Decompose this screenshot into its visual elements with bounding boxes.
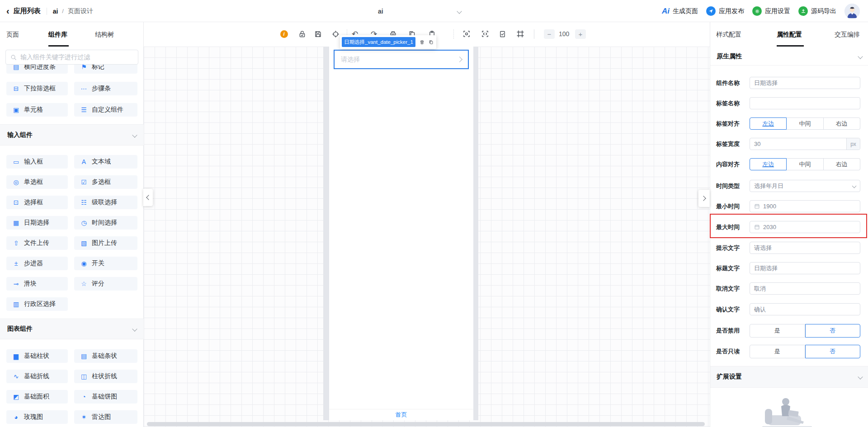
app-settings-button[interactable]: 应用设置 (752, 6, 790, 16)
horizontal-scrollbar[interactable] (147, 422, 705, 426)
component-item[interactable]: ◕ 玫瑰图 (6, 410, 68, 424)
target-icon[interactable] (331, 30, 340, 38)
component-item[interactable]: ◩ 基础面积 (6, 390, 68, 404)
component-item[interactable]: ▣ 单元格 (6, 103, 68, 117)
back-icon[interactable]: ‹ (6, 6, 9, 15)
section-extended-settings[interactable]: 扩展设置 (710, 366, 868, 388)
copy-icon[interactable] (429, 39, 434, 46)
page-selector[interactable]: ai (378, 0, 461, 22)
tag-name-input[interactable] (750, 97, 860, 109)
collapse-left-panel-handle[interactable] (143, 189, 153, 206)
breadcrumb-separator: / (62, 8, 64, 14)
source-code-icon[interactable] (481, 30, 489, 38)
component-item[interactable]: ⚑ 标记 (74, 65, 137, 74)
disabled-no[interactable]: 否 (805, 324, 861, 338)
component-search-input[interactable]: 输入组件关键字进行过滤 (5, 50, 138, 65)
back-to-app-list[interactable]: 应用列表 (14, 7, 41, 15)
app-settings-label: 应用设置 (765, 7, 790, 15)
unlock-icon[interactable] (298, 30, 306, 38)
section-input-components[interactable]: 输入组件 (0, 124, 144, 145)
custom-component-icon: ☰ (80, 106, 88, 113)
component-item[interactable]: ⋯ 步骤条 (74, 82, 137, 95)
date-picker-component[interactable]: 请选择 (334, 50, 469, 69)
component-item[interactable]: ± 步进器 (6, 257, 68, 270)
confirm-text-input[interactable]: 确认 (750, 303, 860, 315)
component-item[interactable]: ◫ 柱状折线 (74, 370, 137, 383)
component-item[interactable]: ◷ 时间选择 (74, 216, 137, 230)
component-item[interactable]: ▥ 行政区选择 (6, 297, 68, 311)
line-chart-icon: ∿ (12, 373, 20, 380)
component-item[interactable]: ▤ 基础条状 (74, 349, 137, 363)
component-item[interactable]: ⇧ 文件上传 (6, 236, 68, 250)
label-align-center[interactable]: 中间 (787, 117, 823, 130)
min-time-input[interactable]: 1900 (750, 200, 860, 212)
info-icon[interactable]: i (280, 30, 288, 38)
tab-components[interactable]: 组件库 (48, 22, 67, 47)
readonly-yes[interactable]: 是 (750, 345, 805, 358)
section-chart-components[interactable]: 图表组件 (0, 319, 144, 339)
field-disabled: 是否禁用 是 否 (716, 324, 860, 338)
placeholder-text-input[interactable]: 请选择 (750, 242, 860, 254)
readonly-no[interactable]: 否 (805, 345, 861, 358)
user-avatar[interactable] (844, 4, 860, 19)
section-native-props[interactable]: 原生属性 (710, 47, 868, 66)
component-item[interactable]: ⊡ 选择框 (6, 196, 68, 209)
component-item[interactable]: ◔ 基础饼图 (74, 390, 137, 404)
component-item[interactable]: ☰ 自定义组件 (74, 103, 137, 117)
form-validate-icon[interactable] (498, 30, 506, 38)
zoom-level: 100 (559, 29, 569, 39)
tab-interaction[interactable]: 交互编排 (835, 22, 860, 47)
zoom-out-button[interactable]: − (544, 29, 555, 39)
ai-logo-icon: Ai (662, 7, 670, 16)
component-item[interactable]: ∿ 基础折线 (6, 370, 68, 383)
time-type-select[interactable]: 选择年月日 (750, 180, 860, 192)
component-item[interactable]: ⊟ 下拉筛选框 (6, 82, 68, 95)
select-box-icon: ⊡ (12, 199, 20, 206)
disabled-yes[interactable]: 是 (750, 324, 805, 338)
component-item[interactable]: ☆ 评分 (74, 277, 137, 291)
component-item[interactable]: ☷ 级联选择 (74, 196, 137, 209)
component-item[interactable]: ▧ 图片上传 (74, 236, 137, 250)
publish-app-button[interactable]: 应用发布 (706, 6, 744, 16)
tab-pages[interactable]: 页面 (6, 22, 19, 47)
component-item[interactable]: ⊸ 滑块 (6, 277, 68, 291)
component-item[interactable]: ◉ 开关 (74, 257, 137, 270)
component-name-input[interactable]: 日期选择 (750, 77, 860, 89)
save-icon[interactable] (314, 30, 322, 38)
label-align-left[interactable]: 左边 (750, 117, 787, 130)
title-text-input[interactable]: 日期选择 (750, 262, 860, 274)
phone-screen[interactable]: 请选择 首页 (329, 47, 473, 420)
content-align-center[interactable]: 中间 (787, 158, 823, 170)
tab-style-config[interactable]: 样式配置 (716, 22, 741, 47)
generate-page-button[interactable]: Ai 生成页面 (662, 7, 698, 16)
generate-page-label: 生成页面 (673, 7, 698, 15)
component-item[interactable]: ▆ 基础柱状 (6, 349, 68, 363)
export-source-button[interactable]: 源码导出 (798, 6, 836, 16)
frame-icon[interactable] (516, 30, 524, 38)
content-align-right[interactable]: 右边 (824, 158, 860, 170)
cancel-text-input[interactable]: 取消 (750, 282, 860, 295)
tab-structure-tree[interactable]: 结构树 (95, 22, 114, 47)
empty-state-illustration (758, 392, 821, 427)
component-item[interactable]: ◎ 单选框 (6, 175, 68, 189)
component-item[interactable]: ✶ 雷达图 (74, 410, 137, 424)
max-time-input[interactable]: 2030 (750, 221, 860, 233)
label-align-right[interactable]: 右边 (824, 117, 860, 130)
pie-chart-icon: ◔ (80, 393, 88, 400)
component-item[interactable]: ☑ 多选框 (74, 175, 137, 189)
file-upload-icon: ⇧ (12, 239, 20, 247)
delete-icon[interactable] (420, 39, 425, 46)
chevron-down-icon (132, 132, 137, 137)
tabbar-home-link[interactable]: 首页 (396, 411, 407, 419)
component-item[interactable]: ▤ 横向进度条 (6, 65, 68, 74)
label-width-input[interactable]: 30 px (750, 138, 860, 150)
zoom-in-button[interactable]: + (575, 29, 586, 39)
component-item[interactable]: ▭ 输入框 (6, 155, 68, 169)
component-item[interactable]: ▦ 日期选择 (6, 216, 68, 230)
collapse-right-panel-handle[interactable] (698, 190, 710, 207)
content-align-left[interactable]: 左边 (750, 158, 787, 170)
preview-icon[interactable] (462, 30, 471, 38)
chevron-down-icon (858, 374, 863, 379)
tab-property-config[interactable]: 属性配置 (777, 22, 802, 47)
component-item[interactable]: A 文本域 (74, 155, 137, 169)
